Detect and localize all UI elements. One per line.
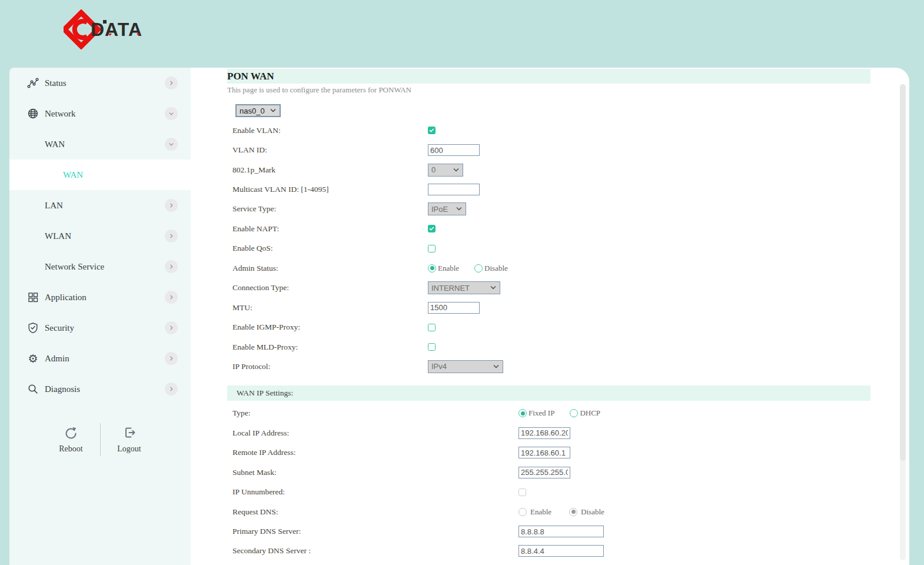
checkbox-unchecked[interactable] [428,324,436,331]
chevron-right-icon [165,352,178,365]
field-label: Service Type: [232,204,428,214]
power-block: Reboot Logout [9,421,191,458]
scrollbar-thumb[interactable] [900,84,906,461]
chevron-down-icon [490,284,497,291]
logout-label: Logout [117,444,141,454]
field-control [428,324,436,331]
sidebar-item-label: Network Service [45,262,165,272]
chevron-right-icon [165,77,178,89]
form-row-vlan-id: VLAN ID: [191,140,909,159]
form-row-enable-vlan: Enable VLAN: [191,121,909,140]
chevron-right-icon [165,383,178,396]
multicast-vlan-id-1-4095-input[interactable] [428,184,480,195]
sidebar-item-application[interactable]: Application [9,282,191,313]
vlan-id-input[interactable] [428,144,480,156]
field-control: IPv4 [428,360,503,373]
select-value: IPoE [431,205,448,214]
sidebar-item-lan[interactable]: LAN [9,190,191,221]
select-value: INTERNET [431,284,470,293]
form-row-service-type: Service Type:IPoE [191,200,909,219]
ip-protocol-select: IPv4 [428,360,503,373]
form-section-2: Type:Fixed IPDHCPLocal IP Address:Remote… [191,404,909,561]
radio-enable[interactable]: Enable [428,264,459,273]
admin-status-radio-group: EnableDisable [428,264,508,273]
field-control [518,427,570,439]
field-control [428,245,436,252]
radio-selected-icon [428,264,436,272]
sidebar-item-label: Status [45,78,165,88]
checkbox-checked[interactable] [428,127,436,134]
sidebar-item-label: WAN [63,170,178,180]
chevron-right-icon [165,321,178,334]
field-label: IP Protocol: [232,362,428,371]
form-row-connection-type: Connection Type:INTERNET [191,278,909,298]
mtu-input[interactable] [428,302,480,314]
chevron-right-icon [165,199,178,212]
field-label: Secondary DNS Server : [232,546,518,556]
local-ip-address-input[interactable] [518,427,570,439]
sidebar-item-network[interactable]: Network [9,98,191,129]
sidebar-item-label: Admin [45,354,165,364]
radio-dhcp[interactable]: DHCP [570,408,600,418]
checkbox-unchecked[interactable] [428,343,436,351]
radio-selected-icon [569,508,577,516]
sidebar-item-status[interactable]: Status [9,68,191,98]
brand-name: DATA [91,19,142,40]
logout-button[interactable]: Logout [110,421,149,458]
radio-fixed-ip[interactable]: Fixed IP [518,408,554,418]
form-row-type: Type:Fixed IPDHCP [191,404,909,423]
sidebar-item-label: Network [45,109,165,119]
sidebar-item-wan[interactable]: WAN [9,129,191,159]
sidebar-item-admin[interactable]: ⚙Admin [9,343,191,374]
field-label: Connection Type: [232,283,428,293]
form-row-ip-unnumbered: IP Unnumbered: [191,482,909,501]
interface-row: nas0_0 [235,104,909,117]
radio-icon [474,264,483,272]
field-control [518,467,570,478]
primary-dns-server-input[interactable] [518,526,604,537]
radio-label: Enable [438,264,459,273]
radio-label: Disable [484,264,508,273]
checkbox-checked[interactable] [428,225,436,232]
sidebar-item-diagnosis[interactable]: Diagnosis [9,374,191,404]
form-row-enable-mld-proxy: Enable MLD-Proxy: [191,337,909,357]
field-label: Enable NAPT: [232,224,428,234]
field-label: Request DNS: [232,507,518,517]
sidebar-item-security[interactable]: Security [9,313,191,343]
radio-disable[interactable]: Disable [474,264,508,273]
reboot-button[interactable]: Reboot [52,421,91,458]
sidebar-item-label: Diagnosis [45,384,165,394]
sidebar-item-label: LAN [45,201,165,211]
scrollbar-track[interactable] [900,84,906,560]
subnet-mask-input[interactable] [518,467,570,478]
field-label: VLAN ID: [232,145,428,155]
radio-disable: Disable [569,507,604,517]
field-control [428,225,436,232]
chevron-down-icon [493,363,500,370]
shield-icon [27,322,39,334]
connection-type-select: INTERNET [428,281,500,294]
sidebar-item-label: Security [45,323,165,333]
secondary-dns-server-input[interactable] [518,545,604,557]
sidebar-item-label: WLAN [45,231,165,241]
sidebar-item-wlan[interactable]: WLAN [9,221,191,251]
chevron-down-icon [165,107,178,120]
field-label: Admin Status: [232,264,428,273]
chevron-right-icon [165,260,178,273]
form-row-local-ip-address: Local IP Address: [191,423,909,443]
search-icon [27,383,39,395]
interface-select[interactable]: nas0_0 [235,104,281,117]
field-control: EnableDisable [518,507,604,517]
field-label: Type: [232,408,518,418]
form-row-802-1p-mark: 802.1p_Mark0 [191,160,909,180]
grid-icon [27,291,39,303]
field-label: Multicast VLAN ID: [1-4095] [232,185,428,194]
logout-icon [122,426,137,442]
sidebar-item-wan[interactable]: WAN [9,159,191,190]
gear-icon: ⚙ [27,353,39,364]
remote-ip-address-input[interactable] [518,447,570,458]
checkbox-unchecked[interactable] [428,245,436,252]
field-control: INTERNET [428,281,500,294]
radio-label: DHCP [580,408,600,418]
sidebar-item-network-service[interactable]: Network Service [9,251,191,282]
